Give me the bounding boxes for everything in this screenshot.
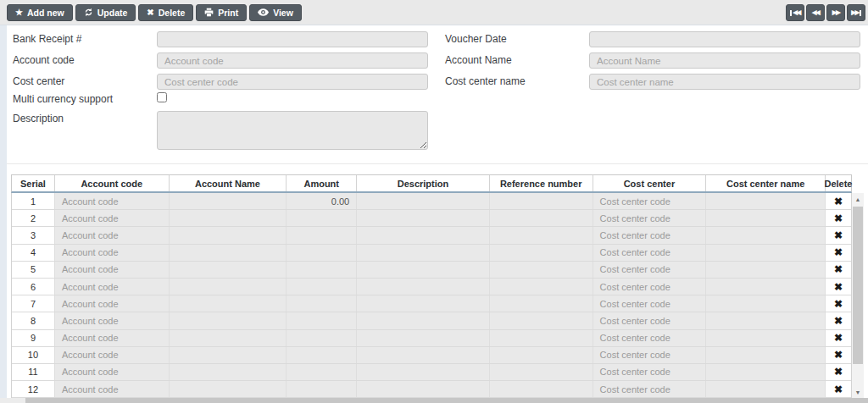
- horizontal-scroll-thumb[interactable]: [25, 398, 868, 403]
- delete-button[interactable]: ✖ Delete: [138, 4, 193, 21]
- description-cell[interactable]: [357, 364, 490, 380]
- description-cell[interactable]: [357, 347, 490, 363]
- description-cell[interactable]: [357, 312, 490, 328]
- amount-cell[interactable]: [287, 279, 357, 295]
- account-code-cell[interactable]: Account code: [55, 330, 170, 346]
- reference-number-cell[interactable]: [490, 245, 593, 261]
- cost-center-name-cell[interactable]: [706, 312, 826, 328]
- cost-center-cell[interactable]: Cost center code: [593, 295, 707, 312]
- cost-center-name-cell[interactable]: [706, 364, 826, 380]
- add-new-button[interactable]: ★ Add new: [7, 4, 73, 21]
- delete-row-icon[interactable]: ✖: [834, 230, 843, 240]
- reference-number-cell[interactable]: [490, 262, 593, 278]
- cost-center-cell[interactable]: Cost center code: [593, 193, 707, 209]
- account-name-cell[interactable]: [170, 364, 287, 380]
- cost-center-cell[interactable]: Cost center code: [593, 227, 707, 243]
- scroll-up-icon[interactable]: ▲: [852, 193, 864, 205]
- description-cell[interactable]: [357, 262, 490, 278]
- amount-cell[interactable]: 0.00: [287, 193, 357, 209]
- account-name-cell[interactable]: [170, 381, 287, 397]
- delete-row-icon[interactable]: ✖: [834, 333, 843, 343]
- amount-cell[interactable]: [287, 312, 357, 328]
- account-name-cell[interactable]: [170, 193, 287, 209]
- account-code-cell[interactable]: Account code: [55, 245, 170, 261]
- amount-cell[interactable]: [287, 295, 357, 312]
- account-code-cell[interactable]: Account code: [55, 347, 170, 363]
- reference-number-cell[interactable]: [490, 364, 593, 380]
- account-code-cell[interactable]: Account code: [55, 227, 170, 243]
- delete-row-icon[interactable]: ✖: [834, 264, 843, 274]
- delete-row-icon[interactable]: ✖: [834, 316, 843, 326]
- cost-center-name-input[interactable]: [589, 74, 860, 90]
- amount-cell[interactable]: [287, 262, 357, 278]
- account-name-cell[interactable]: [170, 295, 287, 312]
- account-name-cell[interactable]: [170, 245, 287, 261]
- account-code-cell[interactable]: Account code: [55, 279, 170, 295]
- amount-cell[interactable]: [287, 347, 357, 363]
- cost-center-cell[interactable]: Cost center code: [593, 364, 707, 380]
- delete-row-icon[interactable]: ✖: [834, 367, 843, 377]
- account-code-cell[interactable]: Account code: [55, 364, 170, 380]
- description-textarea[interactable]: [157, 111, 428, 150]
- account-name-cell[interactable]: [170, 262, 287, 278]
- delete-row-icon[interactable]: ✖: [834, 350, 843, 360]
- account-name-cell[interactable]: [170, 312, 287, 328]
- account-name-cell[interactable]: [170, 330, 287, 346]
- cost-center-name-cell[interactable]: [706, 381, 826, 397]
- description-cell[interactable]: [357, 227, 490, 243]
- previous-record-button[interactable]: ◀◀: [806, 4, 825, 21]
- last-record-button[interactable]: ▶▶: [847, 4, 865, 21]
- bank-receipt-input[interactable]: [157, 31, 428, 47]
- reference-number-cell[interactable]: [490, 381, 593, 397]
- delete-row-icon[interactable]: ✖: [834, 299, 843, 309]
- description-cell[interactable]: [357, 279, 490, 295]
- reference-number-cell[interactable]: [490, 347, 593, 363]
- horizontal-scrollbar[interactable]: [0, 398, 868, 403]
- description-cell[interactable]: [357, 245, 490, 261]
- amount-cell[interactable]: [287, 245, 357, 261]
- amount-cell[interactable]: [287, 330, 357, 346]
- reference-number-cell[interactable]: [490, 227, 593, 243]
- grid-vertical-scrollbar[interactable]: ▲ ▼: [852, 193, 864, 398]
- amount-cell[interactable]: [287, 381, 357, 397]
- cost-center-name-cell[interactable]: [706, 330, 826, 346]
- cost-center-cell[interactable]: Cost center code: [593, 312, 707, 328]
- cost-center-cell[interactable]: Cost center code: [593, 210, 707, 226]
- reference-number-cell[interactable]: [490, 193, 593, 209]
- cost-center-cell[interactable]: Cost center code: [593, 381, 707, 397]
- scroll-down-icon[interactable]: ▼: [852, 386, 864, 398]
- account-name-cell[interactable]: [170, 347, 287, 363]
- account-code-input[interactable]: [157, 52, 428, 69]
- delete-row-icon[interactable]: ✖: [834, 213, 843, 224]
- cost-center-cell[interactable]: Cost center code: [593, 330, 707, 346]
- description-cell[interactable]: [357, 330, 490, 346]
- delete-row-icon[interactable]: ✖: [834, 196, 843, 207]
- cost-center-cell[interactable]: Cost center code: [593, 279, 707, 295]
- account-code-cell[interactable]: Account code: [55, 262, 170, 278]
- cost-center-cell[interactable]: Cost center code: [593, 347, 707, 363]
- account-code-cell[interactable]: Account code: [55, 295, 170, 312]
- reference-number-cell[interactable]: [490, 312, 593, 328]
- reference-number-cell[interactable]: [490, 295, 593, 312]
- cost-center-name-cell[interactable]: [706, 193, 826, 209]
- reference-number-cell[interactable]: [490, 210, 593, 226]
- account-name-cell[interactable]: [170, 279, 287, 295]
- cost-center-name-cell[interactable]: [706, 347, 826, 363]
- cost-center-name-cell[interactable]: [706, 245, 826, 261]
- delete-row-icon[interactable]: ✖: [834, 384, 843, 395]
- cost-center-cell[interactable]: Cost center code: [593, 262, 707, 278]
- account-code-cell[interactable]: Account code: [55, 193, 170, 209]
- description-cell[interactable]: [357, 193, 490, 209]
- amount-cell[interactable]: [287, 364, 357, 380]
- cost-center-name-cell[interactable]: [706, 227, 826, 243]
- description-cell[interactable]: [357, 210, 490, 226]
- account-name-cell[interactable]: [170, 210, 287, 226]
- cost-center-name-cell[interactable]: [706, 279, 826, 295]
- cost-center-name-cell[interactable]: [706, 210, 826, 226]
- account-name-cell[interactable]: [170, 227, 287, 243]
- amount-cell[interactable]: [287, 210, 357, 226]
- update-button[interactable]: Update: [75, 4, 136, 21]
- vertical-scroll-thumb[interactable]: [853, 207, 863, 364]
- reference-number-cell[interactable]: [490, 279, 593, 295]
- voucher-date-input[interactable]: [589, 31, 860, 47]
